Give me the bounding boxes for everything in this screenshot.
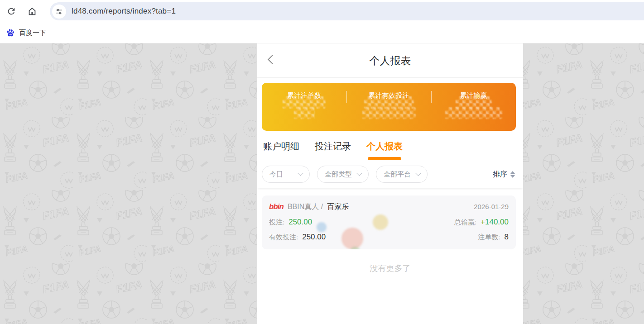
chevron-down-icon [298,170,303,176]
record-date: 2026-01-29 [474,203,509,210]
bookmarks-bar: du 百度一下 [0,23,644,43]
page-header: 个人报表 [257,43,523,78]
no-more-text: 没有更多了 [257,263,523,274]
stat-win-loss: 累计输赢 [431,91,516,131]
address-bar[interactable]: ld48.com/reports/index?tab=1 [50,2,644,20]
game-name: 百家乐 [327,202,349,212]
platform-filter-dropdown[interactable]: 全部平台 [376,166,428,183]
type-filter-dropdown[interactable]: 全部类型 [317,166,369,183]
url-text[interactable]: ld48.com/reports/index?tab=1 [72,7,176,16]
home-button[interactable] [24,4,40,19]
censored-overlay [283,96,326,109]
bet-value: 250.00 [288,218,312,227]
bet-label: 投注: [269,218,284,227]
valid-bet-label: 有效投注: [269,233,298,242]
page-viewport: F1FA F1FA 个人报表 累计注单数 [0,43,644,324]
home-icon [27,6,37,16]
browser-toolbar: ld48.com/reports/index?tab=1 [0,0,644,23]
valid-bet-value: 250.00 [302,233,326,242]
date-filter-dropdown[interactable]: 今日 [262,166,310,183]
tab-underline [264,157,298,160]
censored-value [362,107,416,119]
bbin-logo: bbin [269,202,284,211]
censored-overlay [364,96,414,109]
stat-total-bets: 累计注单数 [262,91,346,131]
site-settings-icon [55,8,63,15]
win-value: +140.00 [481,218,509,227]
bet-count-value: 8 [505,233,509,242]
baidu-icon: du [6,29,15,38]
tab-underline-active [368,157,401,160]
tab-bar: 账户明细 投注记录 个人报表 [257,131,523,160]
report-panel: 个人报表 累计注单数 累计有效投注 累计输赢 [257,43,523,324]
filter-bar: 今日 全部类型 全部平台 排序 [257,160,523,188]
divider [431,91,432,103]
bookmark-baidu[interactable]: 百度一下 [19,29,46,37]
tab-bet-records[interactable]: 投注记录 [315,140,351,160]
site-settings-button[interactable] [52,5,66,19]
tab-personal-report[interactable]: 个人报表 [366,140,403,160]
censored-value [445,107,502,119]
svg-text:du: du [9,33,12,36]
stat-valid-bets: 累计有效投注 [346,91,431,131]
reload-icon [6,6,16,16]
bet-count-label: 注单数: [478,233,500,242]
tab-account-detail[interactable]: 账户明细 [263,140,299,160]
win-label: 总输赢: [454,218,476,227]
censored-value [294,107,315,119]
censored-overlay [456,96,492,109]
summary-stats-card: 累计注单数 累计有效投注 累计输赢 [262,83,516,131]
reload-button[interactable] [4,4,19,19]
sort-arrows-icon [510,171,515,178]
report-record-card[interactable]: bbin BBIN真人 / 百家乐 2026-01-29 投注: 250.00 … [262,195,516,249]
chevron-down-icon [415,170,421,176]
report-list: bbin BBIN真人 / 百家乐 2026-01-29 投注: 250.00 … [257,188,523,324]
provider-name: BBIN真人 / [288,202,323,212]
chevron-down-icon [356,170,362,176]
page-title: 个人报表 [257,43,523,78]
sort-toggle[interactable]: 排序 [493,170,515,179]
divider [346,91,347,103]
tab-underline [316,157,350,160]
